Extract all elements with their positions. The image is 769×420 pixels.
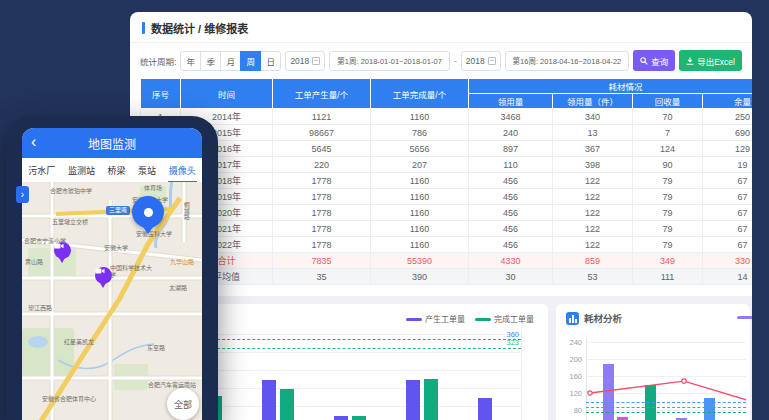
table-row: 72020年177811604561227967 — [141, 205, 753, 221]
tab-sewage-plant[interactable]: 污水厂 — [28, 164, 55, 177]
map-place-label: 九华山路 — [170, 259, 194, 266]
breadcrumb-accent-bar — [142, 22, 145, 34]
tab-camera[interactable]: 摄像头 — [169, 164, 196, 177]
table-cell: 7835 — [273, 253, 371, 269]
dashboard-card: 数据统计 / 维修报表 统计周期: 年 季 月 周 日 2018 第1周: 20… — [130, 12, 752, 420]
legend-item-completed: 完成工单量 — [475, 313, 534, 324]
table-cell: 67 — [703, 237, 753, 253]
end-week-field[interactable]: 第16周: 2018-04-16~2018-04-22 — [505, 51, 630, 71]
back-chevron-icon[interactable]: ‹ — [31, 134, 36, 150]
table-cell: 5656 — [371, 141, 469, 157]
table-cell: 240 — [469, 125, 553, 141]
table-cell: 67 — [703, 189, 753, 205]
period-label: 统计周期: — [140, 55, 176, 67]
table-cell: 79 — [633, 189, 703, 205]
phone-screen: ‹ 地图监测 污水厂 监测站 桥梁 泵站 摄像头 — [22, 128, 202, 420]
table-cell: 5645 — [273, 141, 371, 157]
reference-line-label: 323 — [506, 339, 519, 347]
table-cell: 456 — [469, 189, 553, 205]
export-excel-button[interactable]: 导出Excel — [679, 50, 742, 71]
period-option-week[interactable]: 周 — [240, 51, 261, 71]
phone-page-title: 地图监测 — [88, 135, 136, 152]
table-cell: 1778 — [273, 189, 371, 205]
table-cell: 98667 — [273, 125, 371, 141]
tab-bridge[interactable]: 桥梁 — [107, 164, 125, 177]
phone-tab-bar: 污水厂 监测站 桥梁 泵站 摄像头 — [22, 158, 202, 182]
consumables-chart-header: 耗材分析 — [566, 311, 622, 325]
col-seq: 序号 — [141, 79, 181, 109]
col-time: 时间 — [181, 79, 273, 109]
bar — [262, 380, 276, 420]
end-year-select[interactable]: 2018 — [461, 51, 501, 71]
table-cell: 4330 — [469, 253, 553, 269]
report-table-wrap: 序号 时间 工单产生量/个 工单完成量/个 耗材情况 领用量 领用量（件） 回收… — [140, 78, 752, 285]
table-cell: 1778 — [273, 221, 371, 237]
table-cell: 14 — [703, 269, 753, 285]
table-row: 52018年177811604561227967 — [141, 173, 753, 189]
y-axis-tick-label: 120 — [560, 390, 582, 398]
start-year-select[interactable]: 2018 — [285, 51, 325, 71]
table-row: 92022年177811604561227967 — [141, 237, 753, 253]
table-cell: 67 — [703, 205, 753, 221]
table-cell: 70 — [633, 109, 703, 125]
table-cell: 340 — [553, 109, 633, 125]
consumables-chart-plot — [586, 328, 746, 420]
start-week-field[interactable]: 第1周: 2018-01-01~2018-01-07 — [329, 51, 450, 71]
start-year-value: 2018 — [290, 56, 309, 66]
table-cell: 55390 — [371, 253, 469, 269]
period-option-month[interactable]: 月 — [220, 51, 241, 71]
report-table: 序号 时间 工单产生量/个 工单完成量/个 耗材情况 领用量 领用量（件） 回收… — [140, 78, 752, 285]
bar — [406, 380, 420, 420]
bar — [352, 416, 366, 420]
app-root: 数据统计 / 维修报表 统计周期: 年 季 月 周 日 2018 第1周: 20… — [0, 0, 769, 420]
breadcrumb: 数据统计 / 维修报表 — [130, 12, 752, 43]
period-option-year[interactable]: 年 — [180, 51, 201, 71]
workorder-chart-legend: 产生工单量 完成工单量 — [406, 313, 534, 324]
table-cell: 67 — [703, 221, 753, 237]
download-icon — [686, 57, 694, 65]
table-row: 62019年177811604561227967 — [141, 189, 753, 205]
search-icon — [640, 57, 648, 65]
table-cell: 122 — [553, 237, 633, 253]
camera-icon — [95, 267, 105, 275]
table-cell: 859 — [553, 253, 633, 269]
calendar-icon — [488, 57, 496, 65]
camera-pin[interactable] — [54, 242, 71, 259]
phone-mockup: ‹ 地图监测 污水厂 监测站 桥梁 泵站 摄像头 — [6, 116, 218, 420]
map-place-label: 东至路 — [147, 345, 165, 352]
consumables-chart-panel: 耗材分析 2402001601208040 — [556, 304, 750, 420]
period-option-day[interactable]: 日 — [260, 51, 281, 71]
table-cell: 111 — [633, 269, 703, 285]
calendar-icon — [312, 57, 320, 65]
table-row: 42017年2202071103989019 — [141, 157, 753, 173]
col-completed: 工单完成量/个 — [371, 79, 469, 109]
map-view[interactable]: 合肥市琥珀中学体育场安徽农业大学桐城路五里墩立交桥三里庵安徽医科大学合肥市宁溪小… — [22, 182, 202, 420]
bar-chart-icon — [566, 312, 579, 325]
table-cell: 456 — [469, 237, 553, 253]
table-row: 22015年98667786240137690 — [141, 125, 753, 141]
table-cell: 35 — [273, 269, 371, 285]
table-cell: 367 — [553, 141, 633, 157]
camera-pin[interactable] — [95, 267, 112, 284]
tab-monitor-station[interactable]: 监测站 — [68, 164, 95, 177]
table-row: 32016年56455656897367124129 — [141, 141, 753, 157]
table-cell: 13 — [553, 125, 633, 141]
table-cell: 1121 — [273, 109, 371, 125]
query-button[interactable]: 查询 — [633, 50, 675, 71]
expand-panel-button[interactable]: › — [16, 186, 29, 203]
selected-camera-marker[interactable] — [132, 196, 164, 228]
table-cell: 220 — [273, 157, 371, 173]
total-row: 合计7835553904330859349330 — [141, 253, 753, 269]
map-place-label: 中国科学技术大学 — [110, 265, 156, 279]
consumables-chart-title: 耗材分析 — [584, 311, 622, 325]
period-option-quarter[interactable]: 季 — [200, 51, 221, 71]
table-cell: 1778 — [273, 237, 371, 253]
col-sub-1: 领用量（件） — [553, 94, 633, 109]
bar — [424, 379, 438, 420]
col-created: 工单产生量/个 — [273, 79, 371, 109]
table-cell: 122 — [553, 173, 633, 189]
tab-pump-station[interactable]: 泵站 — [138, 164, 156, 177]
show-all-button[interactable]: 全部 — [167, 388, 199, 420]
col-sub-2: 回收量 — [633, 94, 703, 109]
table-cell: 390 — [371, 269, 469, 285]
